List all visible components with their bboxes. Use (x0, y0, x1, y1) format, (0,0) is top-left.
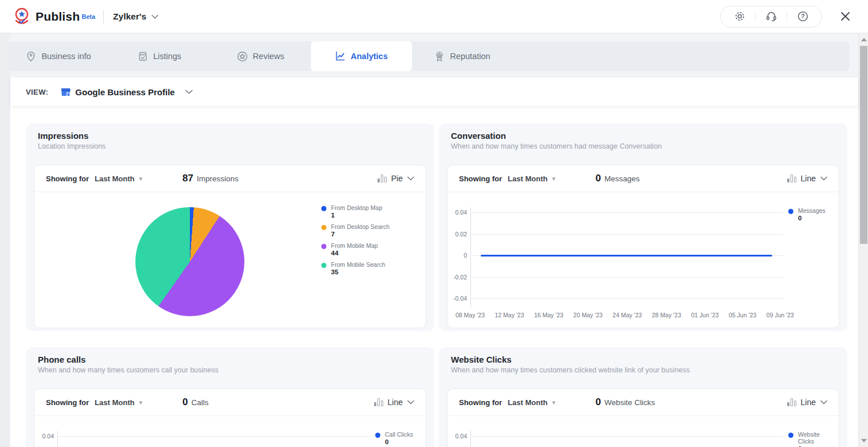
card-subtitle: When and how many times customers clicke… (451, 366, 690, 374)
settings-button[interactable] (724, 6, 755, 27)
gridline (472, 234, 784, 235)
chart-panel-header: Showing for Last Month ▾ 0 Messages Line (447, 165, 839, 192)
y-axis-line (57, 431, 58, 447)
bar-chart-icon (787, 398, 796, 406)
legend-item: From Mobile Map44 (321, 242, 420, 257)
publish-logo-icon (13, 7, 31, 26)
y-axis-line (470, 431, 471, 447)
legend-label: From Desktop Map (331, 204, 382, 211)
card-subtitle: Location Impressions (38, 142, 106, 150)
scrollbar-thumb[interactable] (860, 46, 867, 244)
gridline (472, 298, 784, 299)
chart-type-selector[interactable]: Line (374, 398, 414, 407)
view-label: VIEW: (26, 88, 48, 96)
support-button[interactable] (756, 6, 787, 27)
question-icon: ? (797, 10, 809, 22)
close-button[interactable] (837, 9, 853, 25)
period-dropdown[interactable]: Last Month ▾ (95, 174, 142, 183)
legend-label: From Mobile Search (331, 261, 386, 268)
header-action-pill: ? (720, 6, 822, 28)
bar-chart-icon (374, 398, 383, 406)
tab-analytics[interactable]: Analytics (311, 41, 412, 71)
legend-dot-icon (321, 225, 326, 230)
website-clicks-card: Website Clicks When and how many times c… (439, 347, 847, 447)
legend-item: From Desktop Map1 (321, 204, 420, 219)
metric: 0 Website Clicks (595, 397, 655, 408)
x-axis-tick: 28 May '23 (652, 312, 681, 318)
account-selector[interactable]: Zylker's (113, 11, 158, 22)
card-title: Conversation (451, 131, 506, 141)
chevron-down-icon (820, 400, 827, 405)
vertical-scrollbar[interactable] (858, 33, 868, 447)
scroll-down-arrow-icon[interactable] (861, 439, 867, 442)
header-actions: ? (720, 6, 853, 28)
legend-value: 35 (331, 268, 386, 276)
help-button[interactable]: ? (787, 6, 818, 27)
chart-type-selector[interactable]: Line (787, 174, 827, 183)
metric-label: Impressions (197, 174, 239, 183)
legend-dot-icon (321, 244, 326, 249)
location-pin-icon (26, 51, 36, 62)
chart-legend: Call Clicks0 (375, 431, 423, 447)
metric-value: 0 (595, 173, 601, 184)
legend-item: From Mobile Search35 (321, 261, 420, 276)
y-axis-tick: -0.02 (447, 274, 467, 281)
legend-item: Website Clicks0 (788, 431, 836, 447)
y-axis-tick: -0.04 (447, 295, 467, 302)
showing-for-label: Showing for (46, 174, 89, 183)
line-chart-icon (335, 51, 345, 61)
chevron-down-icon (820, 176, 827, 181)
tab-reviews[interactable]: Reviews (210, 41, 311, 71)
bar-chart-icon (787, 174, 796, 182)
legend-dot-icon (788, 209, 793, 214)
tab-business-info[interactable]: Business info (8, 41, 109, 71)
legend-label: Call Clicks (385, 431, 413, 438)
legend-value: 1 (331, 211, 382, 219)
chart-panel: Showing for Last Month ▾ 0 Messages Line (447, 165, 839, 328)
line-chart-area: Messages0 0.040.020-0.02-0.0408 May '231… (447, 192, 839, 328)
close-icon (840, 11, 850, 21)
bar-chart-icon (377, 174, 387, 182)
x-axis-tick: 24 May '23 (613, 312, 642, 318)
y-axis-tick: 0.02 (447, 231, 467, 238)
legend-dot-icon (321, 206, 326, 211)
scroll-up-arrow-icon[interactable] (861, 38, 867, 41)
x-axis-tick: 16 May '23 (534, 312, 563, 318)
period-dropdown[interactable]: Last Month ▾ (508, 174, 555, 183)
chart-panel-header: Showing for Last Month ▾ 0 Website Click… (447, 389, 839, 416)
legend-value: 0 (798, 214, 826, 222)
legend-value: 0 (798, 445, 836, 447)
gridline (59, 436, 371, 437)
tab-label: Reviews (253, 52, 285, 61)
app-title: Publish (36, 10, 80, 24)
period-dropdown[interactable]: Last Month ▾ (95, 398, 142, 407)
chart-type-selector[interactable]: Line (787, 398, 827, 407)
chart-panel-header: Showing for Last Month ▾ 87 Impressions … (34, 165, 426, 192)
account-name: Zylker's (113, 11, 146, 22)
chevron-down-icon (407, 400, 414, 405)
view-selector[interactable]: Google Business Profile (61, 87, 192, 97)
dropdown-triangle-icon: ▾ (552, 175, 555, 182)
legend-item: Call Clicks0 (375, 431, 423, 446)
chevron-down-icon (407, 176, 414, 181)
medal-icon (434, 51, 445, 62)
chart-panel-header: Showing for Last Month ▾ 0 Calls Line (34, 389, 426, 416)
tab-bar: Business info Listings Reviews (8, 41, 850, 71)
chart-panel: Showing for Last Month ▾ 87 Impressions … (34, 165, 426, 328)
chart-legend: Website Clicks0 (788, 431, 836, 447)
legend-label: From Desktop Search (331, 223, 390, 230)
period-dropdown[interactable]: Last Month ▾ (508, 398, 555, 407)
legend-dot-icon (375, 433, 380, 438)
legend-value: 7 (331, 230, 390, 238)
headset-icon (765, 10, 777, 22)
pie-chart-area: From Desktop Map1From Desktop Search7Fro… (34, 192, 426, 328)
chart-type-selector[interactable]: Pie (377, 174, 414, 183)
y-axis-tick: 0 (447, 252, 467, 259)
tab-reputation[interactable]: Reputation (412, 41, 513, 71)
chart-legend: From Desktop Map1From Desktop Search7Fro… (321, 204, 420, 280)
tab-listings[interactable]: Listings (109, 41, 210, 71)
card-title: Website Clicks (451, 355, 512, 364)
view-selected: Google Business Profile (75, 87, 174, 97)
legend-label: From Mobile Map (331, 242, 378, 249)
gridline (472, 277, 784, 278)
